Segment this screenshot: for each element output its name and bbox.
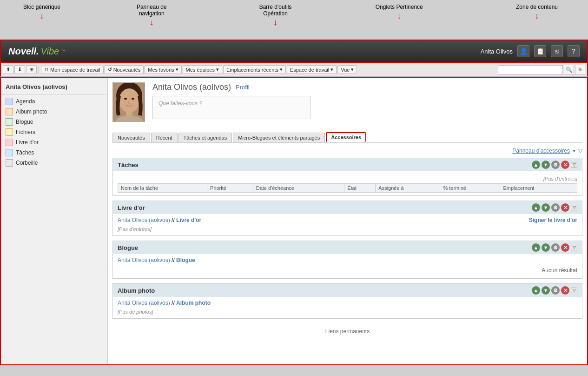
widget-taches-controls: ▲ ▼ ⚙ ✕ ▽: [532, 161, 577, 169]
corbeille-icon: [6, 159, 13, 167]
col-assignee: Assignée à: [376, 184, 440, 193]
blogue-down-btn[interactable]: ▼: [542, 243, 550, 252]
toolbar-row: ⬆ ⬇ ⊞ 🗋 Mon espace de travail ↺ Nouveaut…: [0, 63, 588, 77]
sidebar-label-taches: Tâches: [16, 149, 34, 156]
chevron-down-icon-3: ▾: [280, 67, 283, 73]
blogue-path-link[interactable]: Anita Olivos (aolivos): [118, 257, 170, 263]
sign-livre-link[interactable]: Signer le livre d'or: [529, 217, 577, 223]
livre-separator: //: [172, 217, 176, 223]
taches-up-btn[interactable]: ▲: [532, 161, 540, 169]
upload-btn[interactable]: ⬆: [3, 65, 13, 74]
favorites-btn[interactable]: Mes favoris ▾: [145, 65, 181, 74]
taches-icon: [6, 149, 13, 156]
main-layout: Anita Olivos (aolivos) Agenda Album phot…: [0, 77, 588, 365]
chevron-down-icon-4: ▾: [330, 67, 333, 73]
search-input[interactable]: [498, 65, 563, 74]
search-btn[interactable]: 🔍: [564, 65, 574, 75]
sidebar-item-fichiers[interactable]: Fichiers: [1, 127, 107, 137]
permanent-links: Liens permanents: [112, 323, 582, 339]
news-btn[interactable]: ↺ Nouveautés: [105, 65, 144, 74]
arrow-panneau: ↓: [124, 18, 179, 27]
livre-close-btn[interactable]: ✕: [561, 203, 569, 212]
header-right: Anita Olivos 👤 📋 ⎋ ?: [481, 45, 580, 57]
livre-path-link[interactable]: Anita Olivos (aolivos): [118, 217, 170, 223]
profile-link[interactable]: Profil: [236, 84, 250, 91]
help-icon-btn[interactable]: ?: [568, 45, 580, 57]
profile-status-box[interactable]: Que faites-vous ?: [152, 96, 311, 119]
album-down-btn[interactable]: ▼: [542, 286, 550, 295]
sidebar-item-corbeille[interactable]: Corbeille: [1, 158, 107, 168]
sidebar-item-album[interactable]: Album photo: [1, 107, 107, 117]
widget-album-body: Anita Olivos (aolivos) // Album photo [P…: [113, 297, 582, 318]
col-priorite: Priorité: [207, 184, 253, 193]
taches-gear-btn[interactable]: ⚙: [551, 161, 560, 169]
album-gear-btn[interactable]: ⚙: [551, 286, 560, 295]
livre-bold-link[interactable]: Livre d'or: [176, 217, 201, 223]
arrow-bloc: ↓: [14, 11, 70, 21]
livre-path: Anita Olivos (aolivos) // Livre d'or: [118, 217, 201, 223]
sidebar-item-taches[interactable]: Tâches: [1, 148, 107, 158]
tab-recent[interactable]: Récent: [151, 133, 178, 142]
tab-nouveautes[interactable]: Nouveautés: [112, 133, 150, 142]
arrow-zone: ↓: [500, 11, 574, 21]
tab-taches-agendas[interactable]: Tâches et agendas: [178, 133, 232, 142]
profile-name: Anita Olivos (aolivos): [152, 82, 231, 92]
teams-btn[interactable]: Mes équipes ▾: [183, 65, 222, 74]
livre-gear-btn[interactable]: ⚙: [551, 203, 560, 212]
profile-name-row: Anita Olivos (aolivos) Profil: [152, 82, 582, 92]
livre-expand-btn[interactable]: ▽: [571, 205, 577, 210]
permanent-links-text: Liens permanents: [325, 328, 370, 335]
logo-tm: ™: [61, 49, 65, 54]
sidebar-label-corbeille: Corbeille: [16, 160, 38, 166]
taches-down-btn[interactable]: ▼: [542, 161, 550, 169]
signout-icon-btn[interactable]: ⎋: [551, 45, 563, 57]
clipboard-icon-btn[interactable]: 📋: [534, 45, 546, 57]
widget-livre: Livre d'or ▲ ▼ ⚙ ✕ ▽ Anita Olivos (aoliv…: [112, 201, 582, 236]
album-bold-link[interactable]: Album photo: [176, 300, 211, 306]
album-empty-msg: [Pas de photos]: [118, 308, 577, 316]
sidebar-label-fichiers: Fichiers: [16, 129, 35, 135]
album-path-link[interactable]: Anita Olivos (aolivos): [118, 300, 170, 306]
chevron-down-icon: ▾: [176, 67, 178, 73]
livre-up-btn[interactable]: ▲: [532, 203, 540, 212]
sidebar-label-album: Album photo: [16, 108, 47, 115]
person-icon-btn[interactable]: 👤: [517, 45, 529, 57]
widget-livre-controls: ▲ ▼ ⚙ ✕ ▽: [532, 203, 577, 212]
col-etat: État: [344, 184, 376, 193]
sidebar-item-livre[interactable]: Livre d'or: [1, 137, 107, 148]
advanced-search-btn[interactable]: ⊕: [575, 65, 585, 75]
taches-close-btn[interactable]: ✕: [561, 161, 569, 169]
sidebar-title: Anita Olivos (aolivos): [1, 81, 107, 94]
accessory-panel-link[interactable]: Panneau d'accessoires: [512, 148, 570, 154]
blogue-bold-link[interactable]: Blogue: [176, 257, 195, 263]
livre-down-btn[interactable]: ▼: [542, 203, 550, 212]
blogue-up-btn[interactable]: ▲: [532, 243, 540, 252]
widget-taches-title: Tâches: [118, 161, 139, 168]
sidebar-item-agenda[interactable]: Agenda: [1, 96, 107, 107]
widget-blogue-body: Anita Olivos (aolivos) // Blogue Aucun r…: [113, 254, 582, 278]
accessory-dropdown-icon: ▾: [573, 148, 575, 154]
album-close-btn[interactable]: ✕: [561, 286, 569, 295]
recent-btn[interactable]: Emplacements récents ▾: [223, 65, 286, 74]
livre-empty-msg: [Pas d'entrées]: [118, 225, 577, 233]
tab-microblogue[interactable]: Micro-Blogues et éléments partagés: [233, 133, 325, 142]
widget-taches-header: Tâches ▲ ▼ ⚙ ✕ ▽: [113, 158, 582, 171]
refresh-icon: ↺: [108, 67, 112, 73]
tab-accessoires[interactable]: Accessoires: [326, 132, 366, 142]
taches-expand-btn[interactable]: ▽: [571, 162, 577, 168]
tabs-row: Nouveautés Récent Tâches et agendas Micr…: [112, 132, 582, 143]
album-up-btn[interactable]: ▲: [532, 286, 540, 295]
annotation-bloc-generique: Bloc générique ↓: [14, 4, 70, 27]
vue-btn[interactable]: Vue ▾: [337, 65, 357, 74]
grid-btn[interactable]: ⊞: [26, 65, 37, 74]
blogue-gear-btn[interactable]: ⚙: [551, 243, 560, 252]
download-btn[interactable]: ⬇: [14, 65, 25, 74]
workspace-btn[interactable]: 🗋 Mon espace de travail: [41, 66, 104, 74]
sidebar-item-blogue[interactable]: Blogue: [1, 117, 107, 127]
espace-btn[interactable]: Espace de travail ▾: [287, 65, 337, 74]
chevron-down-icon-2: ▾: [216, 67, 219, 73]
album-expand-btn[interactable]: ▽: [571, 288, 577, 293]
blogue-expand-btn[interactable]: ▽: [571, 245, 577, 250]
search-area: 🔍 ⊕: [498, 65, 585, 75]
blogue-close-btn[interactable]: ✕: [561, 243, 569, 252]
